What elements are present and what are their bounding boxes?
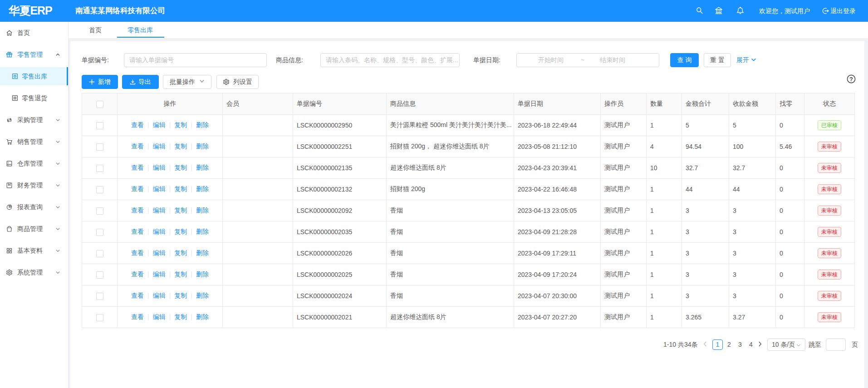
svg-text:?: ?: [849, 76, 853, 83]
